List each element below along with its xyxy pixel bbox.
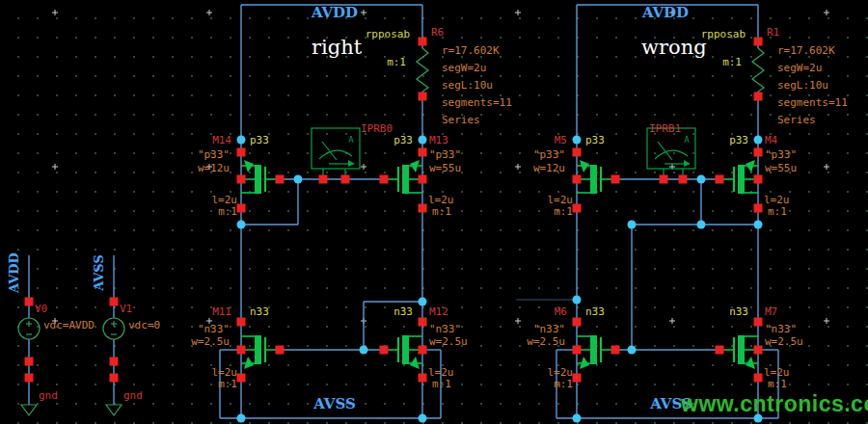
mos-model-quoted: "n33" — [533, 323, 565, 335]
verdict-label: wrong — [641, 36, 707, 59]
resistor-mult: m:1 — [387, 56, 406, 68]
mosfet-M4[interactable]: M4p33"p33"w=55ul=2um:1 — [716, 134, 798, 218]
mos-width: w=55u — [765, 162, 797, 174]
mos-mult: m:1 — [554, 378, 573, 390]
junction-dot — [360, 346, 368, 355]
pin-square — [237, 318, 246, 327]
current-probe-IPRB0[interactable]: AIPRB0 — [312, 122, 393, 184]
mos-width: w=2.5u — [527, 335, 565, 348]
pin-square — [754, 204, 763, 213]
pin-square — [573, 318, 582, 327]
junction-dot — [237, 221, 246, 229]
resistor-R1[interactable]: R1rpposabm:1r=17.602KsegW=2usegL:10usegm… — [701, 26, 848, 126]
pin-square — [25, 374, 34, 383]
resistor-param: Series — [442, 114, 480, 126]
ammeter-arrowhead-icon — [348, 160, 355, 167]
pin-square — [573, 204, 582, 213]
junction-dot — [754, 136, 763, 145]
source-name: V1 — [120, 303, 132, 315]
junction-dot — [573, 296, 582, 305]
junction-dot — [419, 136, 427, 145]
mos-model-quoted: "n33" — [765, 323, 797, 335]
mos-width: w=2.5u — [191, 335, 230, 348]
pin-square — [419, 175, 427, 184]
pin-square — [419, 148, 427, 157]
pin-square — [754, 93, 763, 101]
pin-square — [25, 298, 34, 306]
mosfet-M11[interactable]: M11n33"n33"w=2.5ul=2um:1 — [191, 305, 284, 390]
mos-mult: m:1 — [432, 205, 451, 218]
mosfet-M13[interactable]: M13p33"p33"w=55ul=2um:1 — [380, 134, 462, 218]
resistor-param: Series — [777, 114, 816, 126]
pin-square — [110, 298, 119, 306]
resistor-param: segL:10u — [777, 79, 828, 92]
pin-square — [319, 175, 328, 184]
junction-dot — [237, 414, 246, 423]
mos-channel-icon — [402, 165, 409, 194]
pin-square — [573, 374, 582, 383]
mos-name: M6 — [555, 305, 567, 318]
pin-square — [419, 204, 427, 213]
pin-square — [573, 175, 582, 184]
pin-square — [611, 346, 620, 355]
junction-dot — [628, 221, 637, 229]
pin-square — [110, 358, 119, 366]
rail-top-label: AVDD — [311, 4, 358, 21]
current-probe-IPRB1[interactable]: AIPRB1 — [647, 122, 695, 184]
source-value: vdc=0 — [128, 319, 160, 331]
circuit-left: R6rpposabm:1r=17.602KsegW=2usegL:10usegm… — [191, 4, 512, 423]
voltage-source-V0[interactable]: V0vdc=AVDDgndAVDD — [7, 252, 95, 415]
pin-square — [25, 358, 34, 366]
mos-channel-icon — [738, 335, 745, 364]
rail-label-vertical: AVSS — [92, 254, 106, 292]
mos-model: p33 — [393, 134, 413, 146]
resistor-param: segL:10u — [442, 79, 493, 92]
schematic-canvas[interactable]: V0vdc=AVDDgndAVDDV1vdc=0gndAVSSR6rpposab… — [0, 0, 868, 424]
ground-label: gnd — [123, 389, 143, 402]
resistor-param: segments=11 — [777, 96, 848, 109]
pin-square — [237, 175, 246, 184]
mos-model-quoted: "p33" — [765, 148, 797, 161]
junction-dot — [573, 136, 582, 145]
junction-dot — [697, 175, 706, 184]
voltage-source-V1[interactable]: V1vdc=0gndAVSS — [92, 254, 160, 415]
resistor-name: R1 — [767, 26, 779, 39]
mosfet-M7[interactable]: M7n33"n33"w=2.5ul=2um:1 — [716, 305, 803, 390]
junction-dot — [237, 136, 246, 145]
mos-model-quoted: "p33" — [429, 148, 461, 161]
ammeter-glyph: A — [348, 135, 353, 145]
pin-square — [419, 38, 427, 46]
pin-square — [716, 175, 724, 184]
resistor-param: segW=2u — [777, 62, 822, 74]
mos-model: p33 — [250, 134, 269, 146]
junction-dot — [419, 414, 427, 423]
pin-square — [660, 175, 668, 184]
rail-bottom-label: AVSS — [649, 395, 692, 412]
pin-square — [573, 148, 582, 157]
resistor-param: segments=11 — [442, 96, 512, 109]
mos-model-quoted: "n33" — [198, 323, 230, 335]
mos-width: w=12u — [533, 162, 565, 174]
rail-top-label: AVDD — [641, 4, 689, 21]
pin-square — [276, 175, 285, 184]
pin-square — [419, 93, 427, 101]
mos-mult: m:1 — [554, 205, 573, 218]
mos-model: n33 — [250, 305, 269, 318]
source-value: vdc=AVDD — [43, 319, 95, 331]
mos-mult: m:1 — [768, 378, 787, 390]
mosfet-M6[interactable]: M6n33"n33"w=2.5ul=2um:1 — [527, 305, 619, 390]
mos-width: w=2.5u — [429, 335, 468, 348]
pin-square — [754, 374, 763, 383]
pin-square — [754, 318, 763, 327]
mos-model-quoted: "p33" — [198, 148, 230, 161]
pin-square — [380, 346, 389, 355]
resistor-model: rpposab — [701, 28, 746, 40]
resistor-zigzag-icon — [417, 48, 428, 92]
mos-mult: m:1 — [218, 205, 237, 218]
mos-model: p33 — [729, 134, 748, 146]
mos-width: w=2.5u — [765, 335, 803, 348]
junction-dot — [628, 346, 637, 355]
mosfet-M12[interactable]: M12n33"n33"w=2.5ul=2um:1 — [380, 305, 468, 390]
pin-square — [341, 175, 350, 184]
resistor-R6[interactable]: R6rpposabm:1r=17.602KsegW=2usegL:10usegm… — [366, 26, 512, 126]
